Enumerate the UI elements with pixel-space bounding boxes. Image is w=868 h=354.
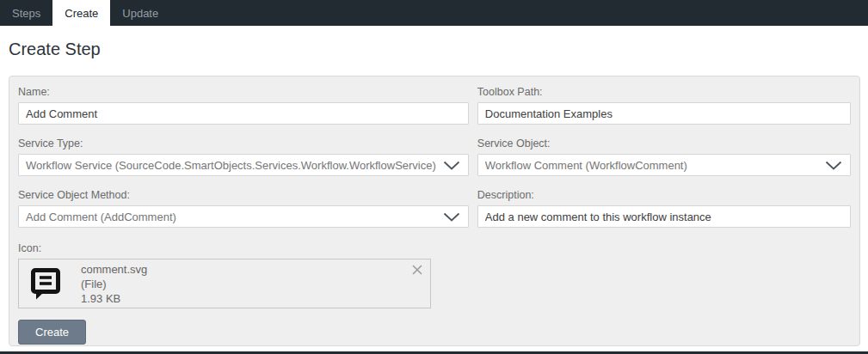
service-object-method-value: Add Comment (AddComment)	[26, 211, 176, 223]
name-field-group: Name:	[18, 86, 469, 125]
description-field-group: Description:	[477, 189, 851, 228]
icon-file-name: comment.svg	[81, 262, 147, 277]
service-type-label: Service Type:	[18, 137, 469, 150]
toolbox-path-input[interactable]	[477, 102, 851, 125]
icon-file-card: comment.svg (File) 1.93 KB	[18, 259, 431, 308]
chevron-down-icon	[825, 161, 842, 170]
description-input[interactable]	[477, 205, 851, 228]
icon-field-group: Icon: comment.svg (File) 1.93 KB	[18, 242, 431, 308]
service-type-select[interactable]: Workflow Service (SourceCode.SmartObject…	[18, 154, 469, 176]
tab-create[interactable]: Create	[52, 0, 110, 26]
service-object-method-select[interactable]: Add Comment (AddComment)	[18, 205, 469, 228]
create-button[interactable]: Create	[18, 320, 86, 345]
service-object-method-field-group: Service Object Method: Add Comment (AddC…	[18, 189, 469, 228]
name-input[interactable]	[18, 102, 469, 125]
tab-steps[interactable]: Steps	[0, 0, 52, 26]
service-type-field-group: Service Type: Workflow Service (SourceCo…	[18, 137, 469, 176]
icon-file-size: 1.93 KB	[81, 291, 147, 306]
icon-file-kind: (File)	[81, 277, 147, 291]
submit-row: Create	[18, 320, 851, 345]
service-object-label: Service Object:	[477, 137, 851, 150]
service-object-field-group: Service Object: Workflow Comment (Workfl…	[477, 137, 851, 176]
chevron-down-icon	[443, 212, 460, 222]
service-object-method-label: Service Object Method:	[18, 189, 469, 201]
tab-update[interactable]: Update	[110, 0, 170, 26]
service-type-value: Workflow Service (SourceCode.SmartObject…	[26, 159, 436, 172]
chevron-down-icon	[443, 161, 460, 170]
create-step-form: Name: Toolbox Path: Service Type: Workfl…	[9, 76, 860, 346]
toolbox-path-field-group: Toolbox Path:	[477, 86, 851, 125]
comment-icon	[29, 267, 62, 300]
page-title: Create Step	[9, 40, 101, 59]
service-object-value: Workflow Comment (WorkflowComment)	[485, 159, 687, 172]
icon-label: Icon:	[18, 242, 431, 254]
tab-bar: Steps Create Update	[0, 0, 868, 26]
description-label: Description:	[477, 189, 851, 201]
toolbox-path-label: Toolbox Path:	[477, 86, 851, 98]
remove-file-icon[interactable]	[411, 264, 423, 276]
name-label: Name:	[18, 86, 469, 98]
service-object-select[interactable]: Workflow Comment (WorkflowComment)	[477, 154, 851, 176]
